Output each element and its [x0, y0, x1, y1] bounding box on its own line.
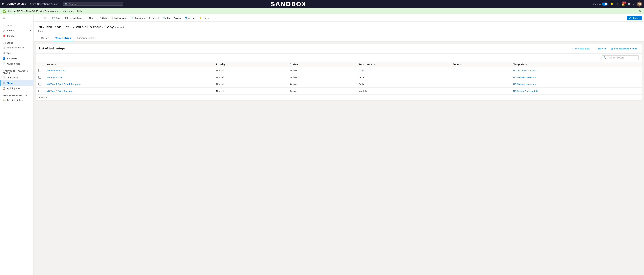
app-name-label: Store Operations Assist [30, 3, 58, 5]
row-status-2: Active [287, 74, 356, 81]
flow-chevron-icon: ▾ [208, 17, 209, 19]
save-close-button[interactable]: 💾 Save & Close [64, 15, 84, 20]
main-content: ← ⬜ 💾 Save 💾 Save & Close ＋ New ↑ Publis… [34, 14, 644, 275]
row-checkbox-2[interactable] [36, 74, 44, 81]
row-name-1[interactable]: NG form template [44, 67, 214, 74]
row-checkbox-3[interactable] [36, 81, 44, 88]
col-header-recurrence[interactable]: Recurrence ↓ [356, 62, 450, 67]
pin-icon: 📌 [3, 34, 6, 37]
requests-icon: 👤 [3, 57, 6, 60]
home-icon: ⌂ [3, 24, 4, 26]
col-header-template[interactable]: Template ↓ [510, 62, 642, 67]
filter-input-wrapper[interactable]: 🔍 [602, 55, 638, 60]
sidebar-quick-notes-label: Quick notes [7, 62, 20, 65]
sandbox-label: SANDBOX [271, 1, 306, 7]
deactivate-button[interactable]: 📄 Deactivate [129, 15, 146, 20]
more-options-button[interactable]: ⋯ [212, 15, 217, 20]
associated-icon: ▦ [611, 47, 613, 50]
breadcrumb-button[interactable]: ⬜ [42, 16, 48, 20]
search-input[interactable] [69, 3, 122, 5]
new-label: New [89, 17, 94, 19]
sidebar-item-templates[interactable]: 📄 Templates [0, 75, 33, 80]
help-icon[interactable]: ? [633, 2, 634, 6]
new-look-toggle[interactable]: New look [592, 2, 608, 5]
row-template-1[interactable]: NG Test form - branc... [510, 67, 642, 74]
share-label: Share [632, 17, 638, 19]
see-associated-button[interactable]: ▦ See associated records [610, 46, 638, 51]
sidebar-tasks-label: Tasks [6, 52, 12, 54]
page-content: NG Test Plan Oct 27 with Sub task - Copy… [34, 22, 644, 275]
new-task-setup-button[interactable]: ＋ New Task setup [570, 46, 592, 51]
sidebar-item-retail-insights[interactable]: 📊 Retail insights [0, 97, 33, 103]
sidebar-item-quick-plans[interactable]: 📋 Quick plans [0, 86, 33, 91]
sidebar-item-recent[interactable]: ◷ Recent ▾ [0, 28, 33, 33]
sidebar-divider-1 [0, 39, 33, 39]
make-copy-label: Make a copy [114, 17, 127, 19]
sidebar-item-plans[interactable]: ▦ Plans [0, 80, 33, 86]
tab-task-setups[interactable]: Task setups [52, 35, 74, 41]
new-button[interactable]: ＋ New [84, 15, 95, 20]
deactivate-label: Deactivate [134, 17, 145, 19]
row-name-4[interactable]: NG Task 3 Price Template [44, 88, 214, 94]
col-header-name[interactable]: Name ↑↓ [44, 62, 214, 67]
row-checkbox-1[interactable] [36, 67, 44, 74]
toggle-knob [605, 3, 607, 5]
sidebar-item-home[interactable]: ⌂ Home [0, 22, 33, 28]
row-checkbox-4[interactable] [36, 88, 44, 94]
save-close-icon: 💾 [65, 16, 68, 19]
back-button[interactable]: ← [36, 16, 41, 20]
record-tabs: Details Task setups Assigned stores [38, 35, 639, 41]
sidebar-home-label: Home [6, 24, 12, 26]
row-name-2[interactable]: NG Spot Count [44, 74, 214, 81]
refresh-button[interactable]: ↻ Refresh [147, 15, 161, 20]
row-name-3[interactable]: NG Task 2 Spot Count Template [44, 81, 214, 88]
new-look-switch[interactable] [602, 2, 608, 5]
dynamics-label: Dynamics 365 [6, 2, 26, 5]
plus-icon[interactable]: ＋ [616, 2, 619, 6]
flow-button[interactable]: ⚡ Flow ▾ [197, 15, 211, 20]
row-template-4[interactable]: NG Shoes Price Update [510, 88, 642, 94]
assign-button[interactable]: 👤 Assign [183, 15, 196, 20]
task-setups-table: Name ↑↓ Priority ↓ Status ↓ [36, 62, 642, 94]
filter-keyword-input[interactable] [608, 56, 636, 59]
col-header-zone[interactable]: Zone ↓ [450, 62, 510, 67]
save-button[interactable]: 💾 Save [51, 15, 63, 20]
publish-button[interactable]: ↑ Publish [96, 15, 108, 20]
publish-label: Publish [100, 17, 107, 19]
row-status-1: Active [287, 67, 356, 74]
avatar[interactable]: MS [637, 1, 642, 6]
close-banner-button[interactable]: ✕ [639, 9, 641, 13]
sidebar-item-tasks[interactable]: ☑ Tasks [0, 50, 33, 56]
sidebar-item-requests[interactable]: 👤 Requests [0, 56, 33, 61]
col-header-status[interactable]: Status ↓ [287, 62, 356, 67]
check-access-button[interactable]: 🔍 Check Access [162, 15, 182, 20]
tab-assigned-stores[interactable]: Assigned stores [74, 35, 98, 41]
row-template-2[interactable]: NG Womenswear spo... [510, 74, 642, 81]
sidebar-item-quick-notes[interactable]: 📄 Quick notes [0, 61, 33, 66]
saved-badge: - Saved [115, 26, 124, 29]
row-template-3[interactable]: NG Womenswear spo... [510, 81, 642, 88]
templates-icon: 📄 [3, 76, 6, 79]
table-row: NG Task 3 Price Template Normal Active M… [36, 88, 642, 94]
sidebar-item-pinned[interactable]: 📌 Pinned ▾ [0, 33, 33, 38]
global-search[interactable]: 🔍 [63, 2, 123, 5]
sidebar-item-retail-summary[interactable]: ▤ Retail summary [0, 45, 33, 50]
sort-status-icon: ↓ [299, 63, 300, 65]
app-brand: Dynamics 365 | Store Operations Assist [6, 2, 58, 6]
make-copy-button[interactable]: 📋 Make a copy [109, 15, 128, 20]
publish-icon: ↑ [98, 16, 98, 19]
lightbulb-icon[interactable]: 💡 [610, 2, 614, 6]
waffle-icon[interactable]: ⊞ [2, 2, 4, 6]
tab-details[interactable]: Details [38, 35, 52, 41]
back-icon: ← [37, 17, 40, 19]
sidebar-top: ☰ [0, 14, 33, 22]
notifications-icon[interactable]: 🔔 99+ [622, 2, 625, 6]
col-header-priority[interactable]: Priority ↓ [214, 62, 287, 67]
task-refresh-button[interactable]: ↻ Refresh [594, 46, 608, 51]
task-setups-section: List of task setups ＋ New Task setup ↻ R… [36, 43, 642, 101]
see-associated-label: See associated records [614, 47, 637, 50]
share-chevron-icon: ▾ [638, 17, 640, 19]
share-button[interactable]: ↗ Share ▾ [627, 16, 642, 20]
settings-icon[interactable]: ⚙ [628, 2, 630, 6]
sidebar-hamburger[interactable]: ☰ [0, 16, 33, 21]
